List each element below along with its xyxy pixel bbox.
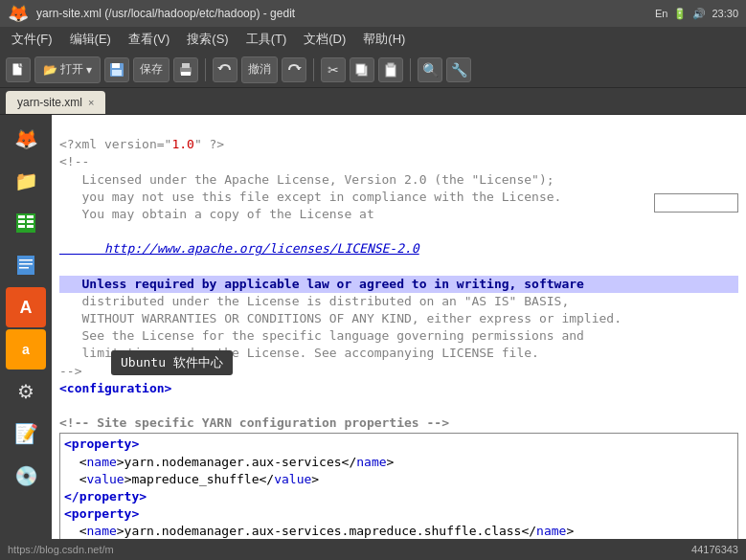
svg-rect-12 bbox=[388, 63, 394, 67]
svg-rect-6 bbox=[181, 72, 191, 76]
copy-button[interactable] bbox=[350, 57, 374, 82]
svg-marker-7 bbox=[217, 67, 223, 70]
line-name-2: <name>yarn.nodemanager.aux-services.mapr… bbox=[64, 524, 574, 538]
line-license-3: You may obtain a copy of the License at bbox=[59, 207, 374, 221]
line-configuration-open: <configuration> bbox=[59, 381, 171, 395]
line-property-close: </property> bbox=[64, 489, 147, 504]
property-box-start: <property> <name>yarn.nodemanager.aux-se… bbox=[59, 433, 738, 539]
battery-icon: 🔋 bbox=[673, 8, 687, 20]
clock: 23:30 bbox=[712, 8, 738, 19]
svg-rect-22 bbox=[19, 263, 33, 265]
menu-tools[interactable]: 工具(T) bbox=[238, 29, 295, 50]
svg-rect-3 bbox=[112, 70, 122, 76]
folder-icon: 📂 bbox=[43, 63, 57, 77]
toolbar: 📂 打开 ▾ 保存 撤消 ✂ 🔍 🔧 bbox=[0, 52, 746, 88]
line-unless: Unless required by applicable law or agr… bbox=[59, 276, 738, 293]
menu-file[interactable]: 文件(F) bbox=[4, 29, 60, 50]
line-comment-open: <!-- bbox=[59, 154, 89, 168]
svg-rect-5 bbox=[182, 63, 190, 68]
menu-documents[interactable]: 文档(D) bbox=[296, 29, 353, 50]
title-bar: 🦊 yarn-site.xml (/usr/local/hadoop/etc/h… bbox=[0, 0, 746, 27]
volume-icon: 🔊 bbox=[692, 8, 706, 20]
svg-rect-19 bbox=[27, 225, 34, 228]
svg-rect-2 bbox=[112, 63, 120, 68]
editor-area[interactable]: <?xml version="1.0" ?> <!-- Licensed und… bbox=[52, 115, 746, 539]
new-button[interactable] bbox=[6, 57, 31, 82]
system-tray: En 🔋 🔊 23:30 bbox=[655, 8, 738, 20]
svg-rect-20 bbox=[17, 256, 34, 275]
paste-button[interactable] bbox=[378, 57, 403, 82]
print-button[interactable] bbox=[173, 57, 198, 82]
tab-label: yarn-site.xml bbox=[17, 96, 82, 109]
svg-rect-21 bbox=[19, 259, 33, 261]
editor-content[interactable]: <?xml version="1.0" ?> <!-- Licensed und… bbox=[52, 115, 746, 539]
separator-1 bbox=[205, 58, 206, 81]
svg-rect-14 bbox=[18, 215, 25, 218]
save-button[interactable] bbox=[104, 57, 129, 82]
dropdown-arrow: ▾ bbox=[86, 63, 92, 77]
sidebar: 🦊 📁 A a ⚙ 📝 💿 bbox=[0, 115, 52, 539]
line-xml-version: <?xml version="1.0" ?> bbox=[59, 137, 224, 151]
line-license-1: Licensed under the Apache License, Versi… bbox=[59, 172, 554, 187]
line-blank-3 bbox=[59, 398, 67, 413]
status-url: https://blog.csdn.net/m bbox=[8, 544, 114, 555]
keyboard-layout: En bbox=[655, 8, 667, 19]
menu-view[interactable]: 查看(V) bbox=[121, 29, 177, 50]
line-name-1: <name>yarn.nodemanager.aux-services</nam… bbox=[64, 455, 394, 469]
undo-button[interactable] bbox=[213, 57, 237, 82]
svg-rect-16 bbox=[18, 220, 25, 223]
line-see-license: See the License for the specific languag… bbox=[59, 328, 584, 343]
sidebar-item-disc[interactable]: 💿 bbox=[6, 456, 46, 496]
sidebar-item-text-editor[interactable]: A bbox=[6, 287, 46, 327]
undo-label-btn[interactable]: 撤消 bbox=[241, 56, 278, 83]
tab-bar: yarn-site.xml × bbox=[0, 88, 746, 115]
line-comment-close: --> bbox=[59, 364, 81, 378]
sidebar-item-firefox[interactable]: 🦊 bbox=[6, 119, 46, 159]
redo-button[interactable] bbox=[282, 57, 306, 82]
separator-2 bbox=[313, 58, 314, 81]
sidebar-item-amazon[interactable]: a bbox=[6, 329, 46, 370]
menu-help[interactable]: 帮助(H) bbox=[355, 29, 413, 50]
tab-close-button[interactable]: × bbox=[88, 97, 94, 108]
search-box[interactable] bbox=[654, 193, 738, 213]
sidebar-item-files[interactable]: 📁 bbox=[6, 161, 46, 201]
window-title: yarn-site.xml (/usr/local/hadoop/etc/had… bbox=[36, 7, 295, 20]
tooltip-ubuntu-software: Ubuntu 软件中心 bbox=[111, 350, 233, 375]
line-porperty-open: <porperty> bbox=[64, 506, 139, 521]
line-blank-2 bbox=[59, 259, 67, 274]
line-value-1: <value>mapreduce_shuffle</value> bbox=[64, 472, 319, 486]
svg-rect-10 bbox=[356, 64, 365, 74]
line-site-comment: <!-- Site specific YARN configuration pr… bbox=[59, 415, 449, 430]
find-button[interactable]: 🔍 bbox=[418, 57, 442, 82]
menu-bar: 文件(F) 编辑(E) 查看(V) 搜索(S) 工具(T) 文档(D) 帮助(H… bbox=[0, 27, 746, 52]
svg-marker-8 bbox=[296, 67, 302, 70]
line-distributed: distributed under the License is distrib… bbox=[59, 294, 569, 308]
svg-rect-18 bbox=[18, 225, 25, 228]
tab-yarn-site-xml[interactable]: yarn-site.xml × bbox=[6, 91, 105, 114]
cut-button[interactable]: ✂ bbox=[321, 57, 346, 82]
menu-edit[interactable]: 编辑(E) bbox=[62, 29, 119, 50]
line-license-url[interactable]: http://www.apache.org/licenses/LICENSE-2… bbox=[59, 241, 419, 256]
sidebar-item-spreadsheet[interactable] bbox=[6, 203, 46, 243]
line-license-2: you may not use this file except in comp… bbox=[59, 190, 561, 204]
app-icon: 🦊 bbox=[8, 3, 29, 24]
tools-config-button[interactable]: 🔧 bbox=[446, 57, 471, 82]
line-blank-1 bbox=[59, 224, 67, 238]
line-without: WITHOUT WARRANTIES OR CONDITIONS OF ANY … bbox=[59, 311, 622, 325]
svg-rect-15 bbox=[27, 215, 34, 218]
open-button[interactable]: 📂 打开 ▾ bbox=[34, 56, 101, 83]
sidebar-item-text-file[interactable]: 📝 bbox=[6, 414, 46, 454]
menu-search[interactable]: 搜索(S) bbox=[179, 29, 236, 50]
sidebar-item-document[interactable] bbox=[6, 245, 46, 285]
svg-rect-17 bbox=[27, 220, 34, 223]
status-bar: https://blog.csdn.net/m 44176343 bbox=[0, 539, 746, 560]
main-area: 🦊 📁 A a ⚙ 📝 💿 <?xml version="1.0" ?> <!-… bbox=[0, 115, 746, 539]
svg-rect-23 bbox=[19, 267, 29, 269]
separator-3 bbox=[410, 58, 411, 81]
status-info: 44176343 bbox=[691, 544, 738, 555]
line-property-open: <property> bbox=[64, 437, 139, 451]
save-label-btn[interactable]: 保存 bbox=[133, 57, 170, 82]
sidebar-item-settings[interactable]: ⚙ bbox=[6, 371, 46, 412]
